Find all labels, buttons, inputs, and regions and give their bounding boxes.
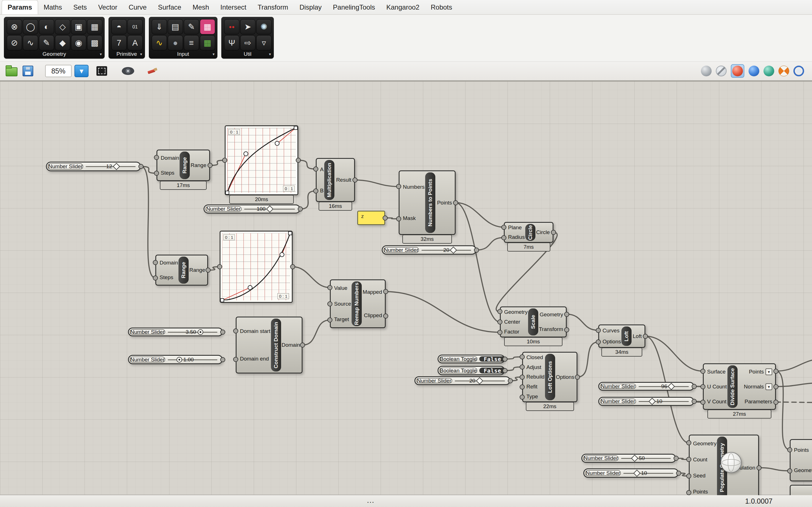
point-param-icon[interactable]: ⊗ — [7, 19, 22, 34]
import-icon[interactable]: ⇓ — [152, 19, 167, 34]
remap-numbers-component[interactable]: ValueSourceTargetRemap NumbersMappedClip… — [330, 279, 386, 328]
number-slider-20-rebuild[interactable]: Number Slider20 — [414, 376, 510, 385]
port-nub[interactable] — [153, 260, 158, 265]
ribbon-group-label[interactable]: Util▾ — [224, 50, 271, 58]
boolean-param-icon[interactable]: ◓ — [111, 19, 126, 34]
cherry-picker-icon[interactable]: ●● — [224, 19, 239, 34]
port-nub[interactable] — [564, 327, 569, 332]
number-slider-12[interactable]: Number Slider12 — [46, 162, 141, 171]
ellipse-param-icon[interactable]: ◯ — [23, 19, 38, 34]
menu-tab-intersect[interactable]: Intersect — [215, 0, 252, 14]
colour-blocks-icon[interactable]: ▦ — [200, 35, 215, 50]
integer-param-icon[interactable]: 7 — [111, 35, 126, 50]
jump-icon[interactable]: ⇨ — [240, 35, 255, 50]
preview-orange-sphere-icon[interactable] — [778, 66, 789, 76]
port-nub[interactable] — [520, 354, 525, 359]
number-slider-20-radius[interactable]: Number Slider20 — [382, 245, 476, 255]
loft-options-component[interactable]: ClosedAdjustRebuildRefitTypeLoft Options… — [522, 352, 577, 402]
wire[interactable] — [476, 238, 504, 250]
curve-param-icon[interactable]: ∿ — [23, 35, 38, 50]
graph-mapper-plot[interactable] — [222, 233, 290, 300]
wire[interactable] — [456, 203, 504, 227]
port-nub[interactable] — [686, 473, 691, 478]
port-nub[interactable] — [773, 384, 778, 389]
slider-track[interactable]: 12 — [84, 163, 137, 170]
menu-tab-kangaroo2[interactable]: Kangaroo2 — [380, 0, 425, 14]
wire[interactable] — [303, 320, 330, 345]
save-file-icon[interactable] — [22, 66, 33, 76]
wire[interactable] — [386, 291, 500, 332]
port-nub[interactable] — [502, 356, 507, 362]
menu-tab-params[interactable]: Params — [2, 0, 38, 14]
menu-tab-maths[interactable]: Maths — [38, 0, 68, 14]
port-nub[interactable] — [296, 158, 301, 163]
preview-teal-sphere-icon[interactable] — [763, 66, 774, 76]
wire[interactable] — [759, 468, 790, 471]
port-nub[interactable] — [692, 384, 697, 389]
numbers-to-points-component[interactable]: NumbersMaskNumbers to PointsPoints32ms — [399, 170, 456, 235]
port-nub[interactable] — [222, 158, 227, 163]
circle-component[interactable]: PlaneRadiusCircleCircle7ms — [504, 222, 553, 243]
ribbon-group-label[interactable]: Primitive▾ — [111, 50, 142, 58]
number-slider-96[interactable]: Number Slider96 — [598, 382, 694, 391]
canvas[interactable]: Number Slider12DomainStepsRangeRange17ms… — [0, 81, 812, 495]
port-nub[interactable] — [596, 328, 601, 333]
menu-tab-curve[interactable]: Curve — [123, 0, 152, 14]
range-component-2[interactable]: DomainStepsRangeRange — [155, 255, 208, 286]
component-title-capsule[interactable]: Divide Surface — [727, 365, 738, 408]
boolean-toggle-closed[interactable]: Boolean ToggleFalse — [438, 355, 505, 363]
port-nub[interactable] — [686, 490, 691, 495]
port-nub[interactable] — [153, 276, 158, 281]
menu-tab-transform[interactable]: Transform — [252, 0, 294, 14]
port-nub[interactable] — [207, 163, 213, 168]
zoom-dropdown-button[interactable]: ▾ — [74, 65, 89, 77]
geometry-param-icon[interactable]: ▩ — [87, 35, 102, 50]
number-slider-100[interactable]: Number Slider100 — [204, 205, 300, 214]
paintbrush-icon[interactable] — [147, 66, 157, 76]
data-dam-icon[interactable]: ➤ — [240, 19, 255, 34]
slider-track[interactable]: 50 — [619, 455, 672, 462]
port-nub[interactable] — [233, 357, 238, 362]
wire[interactable] — [776, 371, 790, 450]
port-nub[interactable] — [700, 400, 705, 405]
mesh-param-icon[interactable]: ▦ — [87, 19, 102, 34]
wire[interactable] — [567, 314, 598, 330]
construct-domain-component[interactable]: Domain startDomain endConstruct DomainDo… — [236, 317, 303, 374]
port-nub[interactable] — [497, 330, 502, 335]
component-title-capsule[interactable]: Loft — [621, 327, 631, 346]
port-nub[interactable] — [220, 330, 225, 335]
slider-track[interactable]: 20 — [453, 377, 507, 384]
curve-control-point[interactable] — [275, 141, 280, 146]
port-nub[interactable] — [220, 357, 225, 362]
number-slider-10-vcount[interactable]: Number Slider10 — [598, 397, 694, 406]
field-param-icon[interactable]: ◆ — [55, 35, 70, 50]
number-slider-50[interactable]: Number Slider50 — [581, 454, 676, 463]
divide-surface-component[interactable]: SurfaceU CountV CountDivide SurfacePoint… — [703, 363, 776, 410]
box-param-icon[interactable]: ▣ — [71, 19, 86, 34]
number-slider-3-50[interactable]: Number Slider3.50 — [128, 328, 223, 336]
component-title-capsule[interactable]: Remap Numbers — [352, 281, 362, 326]
component-title-capsule[interactable]: Scale — [528, 308, 538, 335]
preview-gray-sphere-icon[interactable] — [701, 66, 712, 76]
port-nub[interactable] — [206, 268, 211, 273]
slider-track[interactable]: 96 — [637, 383, 691, 390]
value-list-icon[interactable]: ▦ — [200, 19, 215, 34]
number-slider-1-00[interactable]: Number Slider1.00 — [128, 355, 223, 364]
port-nub[interactable] — [290, 264, 295, 269]
boolean-toggle-adjust[interactable]: Boolean ToggleFalse — [438, 366, 505, 375]
toggle-state-value[interactable]: False — [479, 356, 506, 362]
port-nub[interactable] — [383, 216, 388, 221]
port-nub[interactable] — [313, 188, 318, 193]
partial-box-right[interactable] — [790, 485, 812, 495]
port-nub[interactable] — [692, 399, 697, 404]
preview-ring-icon[interactable] — [794, 66, 804, 76]
wire[interactable] — [456, 203, 500, 322]
port-nub[interactable] — [154, 155, 159, 160]
port-nub[interactable] — [575, 375, 580, 380]
slider-grip[interactable] — [450, 246, 457, 253]
port-nub[interactable] — [453, 200, 458, 205]
slider-track[interactable]: 1.00 — [166, 356, 219, 363]
port-nub[interactable] — [300, 342, 305, 348]
curve-endpoint-handle[interactable] — [288, 231, 292, 235]
menu-tab-sets[interactable]: Sets — [68, 0, 93, 14]
